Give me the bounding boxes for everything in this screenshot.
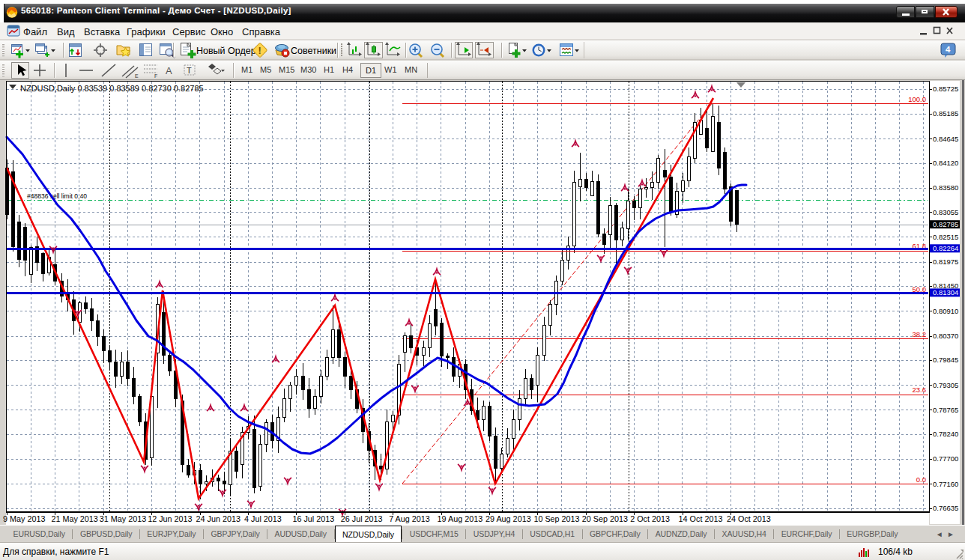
svg-text:!: ! bbox=[258, 45, 261, 56]
svg-text:0.84645: 0.84645 bbox=[933, 135, 958, 143]
svg-text:0.79305: 0.79305 bbox=[933, 381, 958, 389]
svg-text:0.0: 0.0 bbox=[916, 475, 926, 484]
svg-text:31 May 2013: 31 May 2013 bbox=[100, 514, 146, 523]
svg-text:16 Jul 2013: 16 Jul 2013 bbox=[292, 514, 334, 523]
svg-text:4: 4 bbox=[946, 45, 951, 54]
svg-text:F: F bbox=[154, 73, 157, 79]
svg-text:24 Oct 2013: 24 Oct 2013 bbox=[727, 514, 771, 523]
svg-text:29 Aug 2013: 29 Aug 2013 bbox=[485, 514, 531, 523]
svg-text:A: A bbox=[166, 65, 172, 76]
svg-text:0.82264: 0.82264 bbox=[933, 244, 958, 252]
svg-text:100.0: 100.0 bbox=[908, 95, 926, 103]
svg-text:14 Oct 2013: 14 Oct 2013 bbox=[679, 514, 723, 523]
svg-text:50.0: 50.0 bbox=[913, 285, 927, 293]
svg-text:24 Jun 2013: 24 Jun 2013 bbox=[196, 514, 241, 523]
svg-text:0.80910: 0.80910 bbox=[933, 307, 958, 315]
svg-text:0.81304: 0.81304 bbox=[933, 288, 958, 296]
svg-text:2 Oct 2013: 2 Oct 2013 bbox=[630, 514, 670, 523]
svg-text:0.82785: 0.82785 bbox=[933, 220, 958, 228]
svg-text:0.84120: 0.84120 bbox=[933, 159, 958, 167]
svg-text:26 Jul 2013: 26 Jul 2013 bbox=[341, 514, 383, 523]
svg-text:10 Sep 2013: 10 Sep 2013 bbox=[533, 514, 579, 523]
svg-text:12 Jun 2013: 12 Jun 2013 bbox=[148, 514, 192, 523]
svg-text:20 Sep 2013: 20 Sep 2013 bbox=[582, 514, 628, 523]
svg-text:23.6: 23.6 bbox=[913, 386, 927, 394]
svg-text:0.77700: 0.77700 bbox=[933, 454, 958, 463]
svg-text:0.78765: 0.78765 bbox=[933, 406, 958, 414]
svg-text:E: E bbox=[135, 73, 139, 79]
svg-text:0.83055: 0.83055 bbox=[933, 208, 958, 216]
svg-text:0.80370: 0.80370 bbox=[933, 332, 958, 340]
svg-text:0.83580: 0.83580 bbox=[933, 183, 958, 192]
svg-text:0.77160: 0.77160 bbox=[933, 480, 958, 488]
svg-text:0.78240: 0.78240 bbox=[933, 430, 958, 438]
svg-text:19 Aug 2013: 19 Aug 2013 bbox=[438, 514, 483, 523]
svg-text:4 Jul 2013: 4 Jul 2013 bbox=[244, 514, 282, 523]
svg-text:T: T bbox=[187, 66, 192, 75]
svg-text:9 May 2013: 9 May 2013 bbox=[3, 514, 45, 523]
svg-text:0.79845: 0.79845 bbox=[933, 356, 958, 364]
svg-text:Новый Ордер: Новый Ордер bbox=[196, 46, 256, 56]
svg-text:0.85185: 0.85185 bbox=[933, 109, 958, 118]
svg-text:Советники: Советники bbox=[291, 46, 336, 56]
svg-text:#48836 sell limit 0.40: #48836 sell limit 0.40 bbox=[27, 192, 87, 200]
svg-text:7 Aug 2013: 7 Aug 2013 bbox=[389, 514, 430, 523]
svg-text:21 May 2013: 21 May 2013 bbox=[51, 514, 97, 523]
svg-text:0.82515: 0.82515 bbox=[933, 233, 958, 241]
svg-text:38.2: 38.2 bbox=[913, 330, 927, 338]
svg-text:NZDUSD,Daily 0.83539 0.83589: NZDUSD,Daily 0.83539 0.83589 0.82730 0.8… bbox=[20, 84, 204, 93]
svg-text:0.76635: 0.76635 bbox=[933, 504, 958, 512]
svg-text:0.81975: 0.81975 bbox=[933, 258, 958, 266]
svg-text:0.85725: 0.85725 bbox=[933, 85, 958, 93]
